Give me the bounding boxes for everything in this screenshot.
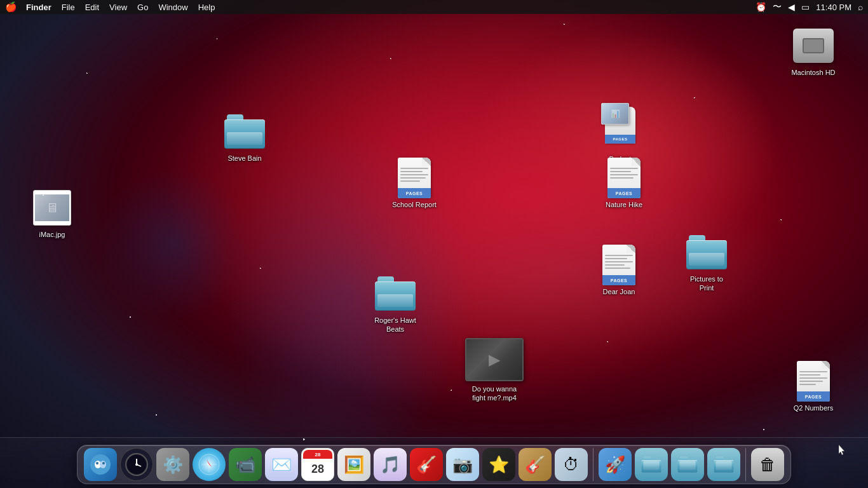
dock-guitar-icon: 🎸 bbox=[519, 448, 552, 481]
dock-clock-icon bbox=[120, 448, 153, 481]
dock-shelf: ⚙️ 📹 bbox=[77, 445, 791, 484]
dock-music-icon: 🎸 bbox=[410, 448, 443, 481]
apple-menu[interactable]: 🍎 bbox=[5, 1, 17, 13]
school-report-label: School Report bbox=[390, 200, 438, 210]
hd-icon[interactable]: Macintosh HD bbox=[788, 25, 839, 78]
video-img: ▶ bbox=[464, 337, 525, 383]
battery-icon[interactable]: ▭ bbox=[801, 2, 810, 12]
pictures-to-print-img bbox=[686, 232, 727, 273]
dock-timemachine[interactable]: ⏱ bbox=[555, 448, 588, 481]
dock-system-prefs[interactable]: ⚙️ bbox=[156, 448, 189, 481]
q2-numbers-img: PAGES bbox=[793, 361, 834, 402]
dock-folder2-icon bbox=[671, 448, 704, 481]
svg-point-9 bbox=[135, 463, 138, 466]
dock-iphoto[interactable]: 📷 bbox=[446, 448, 479, 481]
dock-guitar[interactable]: 🎸 bbox=[519, 448, 552, 481]
dock-folder1-icon bbox=[635, 448, 668, 481]
dock-iphoto-icon: 📷 bbox=[446, 448, 479, 481]
dock-safari[interactable] bbox=[193, 448, 226, 481]
dock-mail[interactable]: ✉️ bbox=[265, 448, 298, 481]
steve-bain-folder[interactable]: Steve Bain bbox=[219, 111, 270, 163]
hd-label: Macintosh HD bbox=[789, 67, 837, 78]
dock-finder[interactable] bbox=[84, 448, 117, 481]
dock-clock[interactable] bbox=[120, 448, 153, 481]
video-icon[interactable]: ▶ Do you wanna fight me?.mp4 bbox=[463, 337, 526, 403]
dock-trash[interactable]: 🗑 bbox=[751, 448, 784, 481]
q2-numbers-icon[interactable]: PAGES Q2 Numbers bbox=[788, 361, 839, 413]
imac-jpg-img: 🖥 bbox=[32, 187, 72, 228]
menu-window[interactable]: Window bbox=[158, 3, 187, 12]
menu-edit[interactable]: Edit bbox=[85, 3, 99, 12]
dock-music[interactable]: 🎸 bbox=[410, 448, 443, 481]
desktop: 🍎 Finder File Edit View Go Window Help ⏰… bbox=[0, 0, 868, 488]
menu-items: Finder File Edit View Go Window Help bbox=[26, 3, 756, 12]
dear-joan-label: Dear Joan bbox=[601, 287, 637, 297]
rogers-hawt-label: Roger's Hawt Beats bbox=[370, 315, 421, 335]
menu-finder[interactable]: Finder bbox=[26, 3, 51, 12]
rogers-hawt-img bbox=[375, 273, 416, 314]
nature-hike-label: Nature Hike bbox=[604, 200, 644, 210]
dock-folder1[interactable] bbox=[635, 448, 668, 481]
menu-view[interactable]: View bbox=[109, 3, 127, 12]
dear-joan-img: PAGES bbox=[599, 245, 639, 285]
dock-launchpad[interactable]: 🚀 bbox=[599, 448, 632, 481]
dock-mail-icon: ✉️ bbox=[265, 448, 298, 481]
dock-photos[interactable]: 🖼️ bbox=[337, 448, 370, 481]
dear-joan-icon[interactable]: PAGES Dear Joan bbox=[593, 245, 644, 297]
pictures-to-print-label: Pictures to Print bbox=[681, 274, 732, 294]
dock-garageband-icon: ⭐ bbox=[482, 448, 515, 481]
dock-calendar[interactable]: 28 28 bbox=[301, 448, 334, 481]
video-label: Do you wanna fight me?.mp4 bbox=[463, 384, 526, 403]
dock-itunes[interactable]: 🎵 bbox=[374, 448, 407, 481]
time-machine-menubar-icon[interactable]: ⏰ bbox=[756, 2, 766, 12]
svg-point-4 bbox=[102, 462, 105, 464]
imac-jpg-icon[interactable]: 🖥 iMac.jpg bbox=[27, 187, 78, 240]
dock-system-prefs-icon: ⚙️ bbox=[156, 448, 189, 481]
spotlight-icon[interactable]: ⌕ bbox=[858, 2, 863, 12]
nature-hike-icon[interactable]: PAGES Nature Hike bbox=[599, 158, 649, 210]
budget-img: PAGES 📊 bbox=[600, 107, 641, 152]
dock-timemachine-icon: ⏱ bbox=[555, 448, 588, 481]
dock-facetime-icon: 📹 bbox=[229, 448, 262, 481]
dock-launchpad-icon: 🚀 bbox=[599, 448, 632, 481]
dock-safari-icon bbox=[193, 448, 226, 481]
dock-folder2[interactable] bbox=[671, 448, 704, 481]
dock-itunes-icon: 🎵 bbox=[374, 448, 407, 481]
dock-folder3-icon bbox=[707, 448, 740, 481]
steve-bain-label: Steve Bain bbox=[226, 153, 263, 163]
wifi-icon[interactable]: 〜 bbox=[773, 1, 782, 13]
budget-icon[interactable]: PAGES 📊 Budget bbox=[595, 107, 646, 164]
dock: ⚙️ 📹 bbox=[0, 437, 868, 488]
clock-display: 11:40 PM bbox=[816, 3, 851, 12]
pictures-to-print-folder[interactable]: Pictures to Print bbox=[681, 232, 732, 294]
school-report-img: PAGES bbox=[394, 158, 435, 198]
menubar-right: ⏰ 〜 ◀ ▭ 11:40 PM ⌕ bbox=[756, 1, 863, 13]
nature-hike-img: PAGES bbox=[604, 158, 644, 198]
rogers-hawt-folder[interactable]: Roger's Hawt Beats bbox=[370, 273, 421, 335]
dock-separator bbox=[593, 448, 593, 481]
q2-numbers-label: Q2 Numbers bbox=[792, 403, 835, 413]
dock-garageband[interactable]: ⭐ bbox=[482, 448, 515, 481]
menu-file[interactable]: File bbox=[62, 3, 75, 12]
volume-icon[interactable]: ◀ bbox=[788, 2, 795, 12]
menubar: 🍎 Finder File Edit View Go Window Help ⏰… bbox=[0, 0, 868, 14]
dock-photos-icon: 🖼️ bbox=[337, 448, 370, 481]
hd-icon-img bbox=[793, 25, 834, 66]
dock-trash-icon: 🗑 bbox=[751, 448, 784, 481]
imac-jpg-label: iMac.jpg bbox=[37, 229, 67, 240]
dock-folder3[interactable] bbox=[707, 448, 740, 481]
dock-facetime[interactable]: 📹 bbox=[229, 448, 262, 481]
dock-finder-icon bbox=[84, 448, 117, 481]
steve-bain-img bbox=[224, 111, 265, 152]
svg-point-2 bbox=[100, 461, 106, 468]
dock-separator-2 bbox=[745, 448, 746, 481]
menu-go[interactable]: Go bbox=[137, 3, 148, 12]
school-report-icon[interactable]: PAGES School Report bbox=[389, 158, 440, 210]
menu-help[interactable]: Help bbox=[198, 3, 215, 12]
dock-calendar-icon: 28 28 bbox=[301, 448, 334, 481]
svg-point-3 bbox=[96, 462, 98, 464]
